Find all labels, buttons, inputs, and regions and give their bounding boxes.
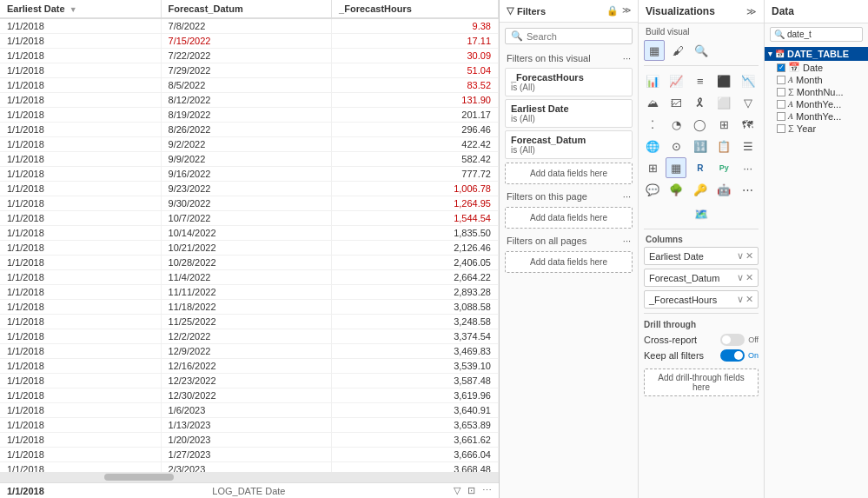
data-tree-item[interactable]: 𝐴MonthYe... bbox=[765, 110, 868, 123]
col-header-forecast-hours[interactable]: _ForecastHours bbox=[332, 0, 499, 18]
filters-search-box[interactable]: 🔍 bbox=[505, 28, 633, 44]
filters-allpages-more[interactable]: ··· bbox=[623, 236, 631, 246]
viz-python-icon[interactable]: Py bbox=[713, 157, 734, 178]
date-table-expand[interactable]: ▾ bbox=[768, 50, 772, 58]
data-tree-item[interactable]: ΣMonthNu... bbox=[765, 86, 868, 98]
viz-kpi-icon[interactable]: 📋 bbox=[713, 136, 734, 156]
viz-decomp-icon[interactable]: 🌳 bbox=[666, 179, 686, 200]
table-cell: 1/1/2018 bbox=[0, 300, 161, 315]
viz-key-icon[interactable]: 🔑 bbox=[690, 179, 711, 200]
viz-stacked-col-icon[interactable]: ⬛ bbox=[713, 70, 734, 91]
keep-filters-toggle[interactable] bbox=[720, 349, 745, 362]
table-cell: 1/6/2023 bbox=[161, 403, 332, 418]
viz-stacked-bar-icon[interactable]: ≡ bbox=[690, 70, 711, 91]
filters-search-input[interactable] bbox=[527, 31, 626, 42]
chip-close-2[interactable]: ✕ bbox=[745, 272, 753, 283]
table-wrapper[interactable]: Earliest Date ▼ Forecast_Datum _Forecast… bbox=[0, 0, 499, 472]
viz-card-icon[interactable]: 🔢 bbox=[690, 136, 711, 156]
viz-bar-icon[interactable]: 📊 bbox=[642, 70, 663, 91]
sort-arrow-1: ▼ bbox=[70, 5, 77, 14]
viz-paintbrush-icon[interactable]: 🖌 bbox=[667, 40, 688, 61]
viz-line-icon[interactable]: 📉 bbox=[738, 70, 759, 91]
viz-ai-icon[interactable]: 🤖 bbox=[713, 179, 734, 200]
viz-more-icon[interactable]: ··· bbox=[738, 157, 759, 178]
data-search-input[interactable] bbox=[787, 30, 858, 39]
data-tree-item[interactable]: ΣYear bbox=[765, 123, 868, 135]
filters-visual-more[interactable]: ··· bbox=[623, 53, 631, 63]
viz-dots-icon[interactable]: ⋯ bbox=[738, 179, 759, 200]
table-cell: 3,668.48 bbox=[332, 462, 499, 473]
viz-area-icon[interactable]: ⛰ bbox=[642, 92, 663, 113]
table-cell: 17.11 bbox=[332, 34, 499, 49]
cross-report-toggle[interactable] bbox=[720, 334, 745, 346]
chip-close-3[interactable]: ✕ bbox=[745, 294, 753, 305]
table-cell: 1/1/2018 bbox=[0, 433, 161, 448]
cross-report-row: Cross-report Off bbox=[644, 332, 759, 348]
date-table-node[interactable]: ▾ 📅 DATE_TABLE bbox=[765, 47, 868, 61]
viz-qna-icon[interactable]: 💬 bbox=[642, 179, 663, 200]
viz-donut-icon[interactable]: ◯ bbox=[690, 114, 711, 135]
more-icon[interactable]: ⋯ bbox=[482, 485, 492, 496]
viz-analytics-icon[interactable]: 🔍 bbox=[691, 40, 712, 61]
viz-scatter-icon[interactable]: ⁚ bbox=[642, 114, 663, 135]
chip-chevron-3[interactable]: ∨ bbox=[737, 294, 744, 305]
data-tree-item[interactable]: ✓📅Date bbox=[765, 61, 868, 74]
table-cell: 9/23/2022 bbox=[161, 182, 332, 196]
viz-table2-icon[interactable]: ▦ bbox=[666, 157, 686, 178]
data-tree-item[interactable]: 𝐴Month bbox=[765, 74, 868, 86]
filters-page-more[interactable]: ··· bbox=[623, 191, 631, 202]
col-header-earliest-date[interactable]: Earliest Date ▼ bbox=[0, 0, 161, 18]
filter-icon[interactable]: ▽ bbox=[454, 485, 461, 496]
data-item-checkbox[interactable] bbox=[777, 124, 785, 133]
filter-card-forecast-datum[interactable]: Forecast_Datum is (All) bbox=[505, 130, 633, 159]
table-cell: 8/12/2022 bbox=[161, 93, 332, 108]
add-page-fields-btn[interactable]: Add data fields here bbox=[505, 207, 633, 229]
keep-filters-row: Keep all filters On bbox=[644, 348, 759, 363]
add-visual-fields-btn[interactable]: Add data fields here bbox=[505, 163, 633, 184]
viz-funnel-icon[interactable]: ▽ bbox=[738, 92, 759, 113]
viz-map-icon[interactable]: 🗺 bbox=[738, 114, 759, 135]
add-drill-fields-btn[interactable]: Add drill-through fields here bbox=[644, 369, 759, 396]
expand-icon[interactable]: ⊡ bbox=[467, 485, 475, 496]
table-cell: 7/29/2022 bbox=[161, 63, 332, 78]
scrollbar-thumb[interactable] bbox=[104, 474, 174, 481]
filter-card-earliest-date[interactable]: Earliest Date is (All) bbox=[505, 99, 633, 128]
data-search-box[interactable]: 🔍 bbox=[770, 27, 863, 42]
column-chip-earliest-date[interactable]: Earliest Date ∨ ✕ bbox=[644, 247, 759, 265]
viz-ribbon-icon[interactable]: 🎗 bbox=[690, 92, 711, 113]
viz-filled-map-icon[interactable]: 🌐 bbox=[642, 136, 663, 156]
data-item-checkbox[interactable] bbox=[777, 112, 785, 121]
filters-chevron-icon[interactable]: ≫ bbox=[622, 5, 631, 17]
col-header-forecast-datum[interactable]: Forecast_Datum bbox=[161, 0, 332, 18]
column-chip-forecast-datum[interactable]: Forecast_Datum ∨ ✕ bbox=[644, 269, 759, 287]
viz-column-icon[interactable]: 📈 bbox=[666, 70, 686, 91]
chip-chevron-2[interactable]: ∨ bbox=[737, 272, 744, 283]
column-chip-forecast-hours[interactable]: _ForecastHours ∨ ✕ bbox=[644, 290, 759, 309]
viz-columns-label: Columns bbox=[639, 232, 764, 245]
viz-chevron-icon[interactable]: ≫ bbox=[746, 6, 757, 17]
data-item-checkbox[interactable]: ✓ bbox=[777, 63, 785, 72]
filters-scroll[interactable]: Filters on this visual ··· _ForecastHour… bbox=[500, 50, 638, 498]
viz-matrix-icon[interactable]: ⊞ bbox=[642, 157, 663, 178]
horizontal-scrollbar[interactable] bbox=[0, 472, 499, 482]
viz-pie-icon[interactable]: ◔ bbox=[666, 114, 686, 135]
viz-gauge-icon[interactable]: ⊙ bbox=[666, 136, 686, 156]
viz-treemap-icon[interactable]: ⊞ bbox=[713, 114, 734, 135]
viz-table-icon[interactable]: ▦ bbox=[644, 40, 665, 61]
chip-chevron-1[interactable]: ∨ bbox=[737, 250, 744, 262]
table-cell: 1/1/2018 bbox=[0, 374, 161, 388]
data-item-checkbox[interactable] bbox=[777, 88, 785, 96]
data-tree-item[interactable]: 𝐴MonthYe... bbox=[765, 98, 868, 110]
chip-close-1[interactable]: ✕ bbox=[745, 250, 753, 262]
filter-card-forecast-hours[interactable]: _ForecastHours is (All) bbox=[505, 68, 633, 96]
add-allpages-fields-btn[interactable]: Add data fields here bbox=[505, 251, 633, 273]
filters-lock-icon[interactable]: 🔒 bbox=[606, 5, 619, 17]
data-item-checkbox[interactable] bbox=[777, 76, 785, 84]
text-icon: 𝐴 bbox=[788, 75, 793, 85]
viz-azuremap-icon[interactable]: 🗺️ bbox=[644, 203, 759, 224]
viz-line-col-icon[interactable]: 🗠 bbox=[666, 92, 686, 113]
viz-waterfall-icon[interactable]: ⬜ bbox=[713, 92, 734, 113]
data-item-checkbox[interactable] bbox=[777, 100, 785, 109]
viz-slicer-icon[interactable]: ☰ bbox=[738, 136, 759, 156]
viz-r-icon[interactable]: R bbox=[690, 157, 711, 178]
